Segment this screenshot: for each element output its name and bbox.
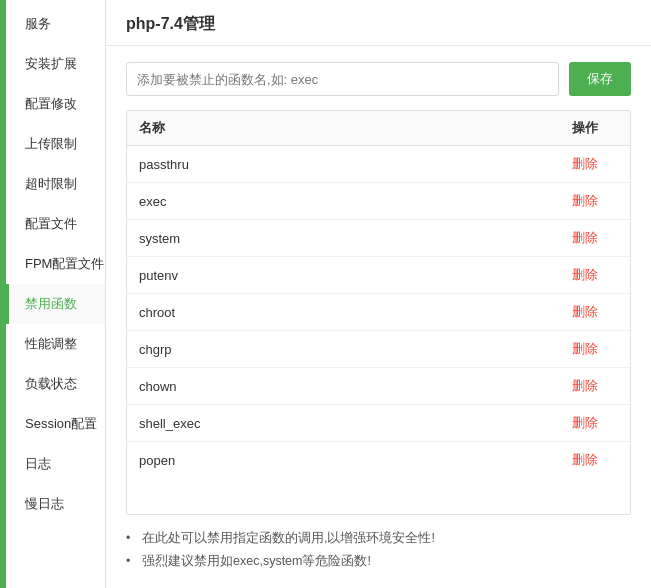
delete-button[interactable]: 删除 [548, 192, 618, 210]
delete-button[interactable]: 删除 [548, 377, 618, 395]
table-row: popen删除 [127, 442, 630, 478]
sidebar-item-3[interactable]: 上传限制 [6, 124, 105, 164]
sidebar-item-5[interactable]: 配置文件 [6, 204, 105, 244]
functions-table: 名称 操作 passthru删除exec删除system删除putenv删除ch… [126, 110, 631, 515]
table-row: exec删除 [127, 183, 630, 220]
table-row: chown删除 [127, 368, 630, 405]
table-body: passthru删除exec删除system删除putenv删除chroot删除… [127, 146, 630, 514]
function-name-input[interactable] [126, 62, 559, 96]
delete-button[interactable]: 删除 [548, 414, 618, 432]
column-name-header: 名称 [139, 119, 548, 137]
delete-button[interactable]: 删除 [548, 229, 618, 247]
delete-button[interactable]: 删除 [548, 340, 618, 358]
function-name-cell: chown [139, 379, 548, 394]
function-name-cell: popen [139, 453, 548, 468]
table-row: system删除 [127, 220, 630, 257]
sidebar-item-2[interactable]: 配置修改 [6, 84, 105, 124]
function-name-cell: chroot [139, 305, 548, 320]
sidebar-item-1[interactable]: 安装扩展 [6, 44, 105, 84]
sidebar-item-11[interactable]: 日志 [6, 444, 105, 484]
function-name-cell: system [139, 231, 548, 246]
delete-button[interactable]: 删除 [548, 451, 618, 469]
function-name-cell: putenv [139, 268, 548, 283]
sidebar-item-10[interactable]: Session配置 [6, 404, 105, 444]
delete-button[interactable]: 删除 [548, 155, 618, 173]
page-title: php-7.4管理 [106, 0, 651, 46]
function-name-cell: exec [139, 194, 548, 209]
sidebar-item-4[interactable]: 超时限制 [6, 164, 105, 204]
table-row: chroot删除 [127, 294, 630, 331]
sidebar-item-8[interactable]: 性能调整 [6, 324, 105, 364]
sidebar-item-6[interactable]: FPM配置文件 [6, 244, 105, 284]
table-row: shell_exec删除 [127, 405, 630, 442]
note-item: 强烈建议禁用如exec,system等危险函数! [126, 550, 631, 573]
main-content: 保存 名称 操作 passthru删除exec删除system删除putenv删… [106, 46, 651, 588]
sidebar-item-9[interactable]: 负载状态 [6, 364, 105, 404]
add-function-row: 保存 [126, 62, 631, 96]
function-name-cell: passthru [139, 157, 548, 172]
sidebar-item-0[interactable]: 服务 [6, 4, 105, 44]
note-item: 在此处可以禁用指定函数的调用,以增强环境安全性! [126, 527, 631, 550]
main-panel: php-7.4管理 保存 名称 操作 passthru删除exec删除syste… [106, 0, 651, 588]
column-action-header: 操作 [548, 119, 618, 137]
function-name-cell: shell_exec [139, 416, 548, 431]
delete-button[interactable]: 删除 [548, 303, 618, 321]
sidebar-item-7[interactable]: 禁用函数 [6, 284, 105, 324]
save-button[interactable]: 保存 [569, 62, 631, 96]
notes-section: 在此处可以禁用指定函数的调用,以增强环境安全性!强烈建议禁用如exec,syst… [126, 527, 631, 572]
table-row: putenv删除 [127, 257, 630, 294]
table-header: 名称 操作 [127, 111, 630, 146]
function-name-cell: chgrp [139, 342, 548, 357]
sidebar: 服务安装扩展配置修改上传限制超时限制配置文件FPM配置文件禁用函数性能调整负载状… [6, 0, 106, 588]
delete-button[interactable]: 删除 [548, 266, 618, 284]
table-row: chgrp删除 [127, 331, 630, 368]
sidebar-item-12[interactable]: 慢日志 [6, 484, 105, 524]
table-row: passthru删除 [127, 146, 630, 183]
